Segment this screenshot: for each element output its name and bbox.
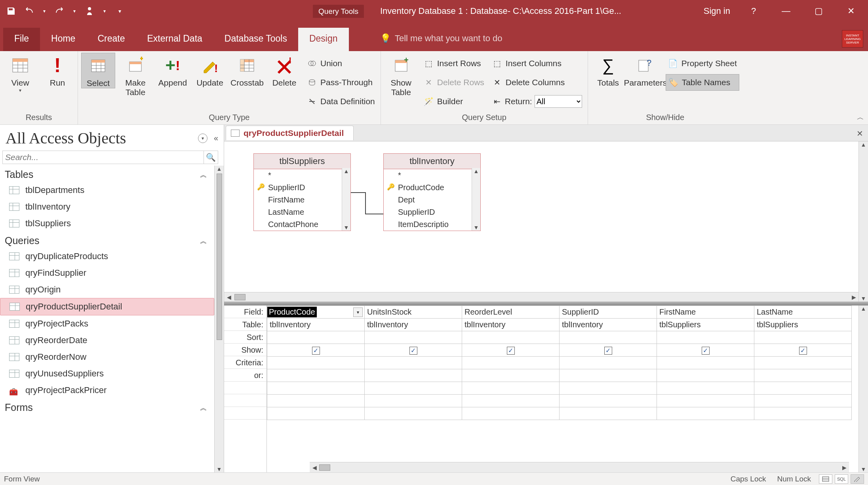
qbe-grid[interactable]: ProductCode ▾ UnitsInStock ReorderLevel …: [267, 306, 858, 472]
run-button[interactable]: ! Run: [40, 53, 74, 88]
nav-item-qryreorderdate[interactable]: qryReorderDate: [0, 332, 214, 349]
collapse-group-icon[interactable]: ︽: [200, 170, 207, 179]
qbe-or-cell[interactable]: [365, 369, 462, 382]
qbe-sort-cell[interactable]: [365, 331, 462, 344]
relations-hscrollbar[interactable]: ◀ ▶: [224, 292, 858, 302]
delete-rows-button[interactable]: ✕ Delete Rows: [421, 74, 487, 91]
qbe-sort-cell[interactable]: [657, 331, 754, 344]
checkbox-checked-icon[interactable]: ✓: [507, 347, 515, 355]
qbe-or-cell[interactable]: [462, 369, 560, 382]
qbe-criteria-cell[interactable]: [365, 357, 462, 369]
qbe-table-cell[interactable]: tblInventory: [560, 319, 657, 331]
sql-view-button[interactable]: SQL: [835, 474, 848, 484]
redo-icon[interactable]: [54, 6, 65, 17]
field-item[interactable]: ItemDescriptio: [384, 218, 480, 231]
update-button[interactable]: ! Update: [193, 53, 227, 88]
nav-group-forms[interactable]: Forms ︽: [0, 399, 214, 415]
checkbox-checked-icon[interactable]: ✓: [799, 347, 807, 355]
qbe-sort-cell[interactable]: [267, 331, 365, 344]
undo-icon[interactable]: [24, 6, 35, 17]
union-button[interactable]: Union: [305, 55, 377, 72]
checkbox-checked-icon[interactable]: ✓: [409, 347, 417, 355]
scroll-thumb[interactable]: [319, 464, 330, 471]
qbe-criteria-cell[interactable]: [462, 357, 560, 369]
help-icon[interactable]: ?: [744, 6, 763, 16]
tab-database-tools[interactable]: Database Tools: [213, 28, 298, 51]
field-item[interactable]: LastName: [254, 206, 350, 218]
qbe-table-cell[interactable]: tblInventory: [462, 319, 560, 331]
qbe-criteria-cell[interactable]: [754, 357, 852, 369]
table-scrollbar[interactable]: ▲▼: [472, 168, 480, 231]
relationship-line[interactable]: [351, 192, 365, 193]
delete-columns-button[interactable]: ✕ Delete Columns: [490, 74, 584, 91]
close-window-icon[interactable]: ✕: [842, 6, 860, 16]
maximize-icon[interactable]: ▢: [809, 6, 828, 16]
pass-through-button[interactable]: Pass-Through: [305, 74, 377, 91]
qat-extra-icon[interactable]: [84, 6, 95, 17]
qbe-show-cell[interactable]: ✓: [267, 344, 365, 357]
scroll-right-icon[interactable]: ▶: [849, 294, 858, 300]
qbe-sort-cell[interactable]: [754, 331, 852, 344]
scroll-up-icon[interactable]: ▲: [861, 141, 866, 148]
tell-me-search[interactable]: 💡 Tell me what you want to do: [380, 33, 502, 44]
relations-vscrollbar[interactable]: ▲ ▼: [858, 141, 868, 302]
checkbox-checked-icon[interactable]: ✓: [604, 347, 612, 355]
table-tblsuppliers[interactable]: tblSuppliers * SupplierID FirstName Last…: [253, 153, 351, 231]
document-tab[interactable]: qryProductSupplierDetail: [226, 126, 354, 140]
qbe-field-cell[interactable]: ProductCode ▾: [267, 306, 365, 319]
nav-item-qryprojectpacks[interactable]: qryProjectPacks: [0, 315, 214, 332]
tab-design[interactable]: Design: [298, 28, 349, 51]
totals-button[interactable]: ∑ Totals: [591, 53, 625, 88]
field-item[interactable]: *: [384, 169, 480, 181]
qbe-show-cell[interactable]: ✓: [462, 344, 560, 357]
undo-dropdown-icon[interactable]: ▾: [42, 6, 47, 17]
minimize-icon[interactable]: —: [777, 6, 795, 16]
insert-rows-button[interactable]: ⬚ Insert Rows: [421, 55, 487, 72]
table-tblinventory[interactable]: tblInventory * ProductCode Dept Supplier…: [383, 153, 481, 231]
qbe-show-cell[interactable]: ✓: [560, 344, 657, 357]
delete-button[interactable]: ! Delete: [267, 53, 301, 88]
nav-title[interactable]: All Access Objects: [6, 129, 198, 147]
tab-external-data[interactable]: External Data: [136, 28, 213, 51]
field-item[interactable]: SupplierID: [384, 206, 480, 218]
nav-item-qryprojectpackpricer[interactable]: qryProjectPackPricer: [0, 382, 214, 399]
crosstab-button[interactable]: Crosstab: [230, 53, 264, 88]
qbe-table-cell[interactable]: tblSuppliers: [754, 319, 852, 331]
design-view-button[interactable]: [851, 474, 864, 484]
field-item[interactable]: FirstName: [254, 194, 350, 206]
sign-in-link[interactable]: Sign in: [704, 6, 730, 16]
nav-item-tblsuppliers[interactable]: tblSuppliers: [0, 215, 214, 232]
qbe-criteria-cell[interactable]: [657, 357, 754, 369]
scroll-up-icon[interactable]: ▲: [861, 306, 866, 312]
nav-group-queries[interactable]: Queries ︽: [0, 232, 214, 248]
scroll-thumb[interactable]: [234, 294, 246, 300]
scroll-down-icon[interactable]: ▼: [217, 466, 222, 472]
nav-collapse-icon[interactable]: «: [214, 134, 218, 143]
qat-extra-dropdown-icon[interactable]: ▾: [102, 6, 107, 17]
qbe-vscrollbar[interactable]: ▲ ▼: [858, 306, 868, 472]
nav-dropdown-icon[interactable]: ▾: [198, 134, 207, 143]
view-dropdown-icon[interactable]: ▾: [19, 88, 21, 93]
tab-file[interactable]: File: [3, 28, 40, 51]
qbe-or-cell[interactable]: [267, 369, 365, 382]
tab-create[interactable]: Create: [86, 28, 136, 51]
qbe-field-cell[interactable]: ReorderLevel: [462, 306, 560, 319]
tab-home[interactable]: Home: [40, 28, 86, 51]
collapse-ribbon-icon[interactable]: ︿: [857, 113, 864, 122]
scroll-right-icon[interactable]: ▶: [839, 464, 849, 471]
customize-qat-icon[interactable]: ▾: [114, 6, 125, 17]
qbe-show-cell[interactable]: ✓: [754, 344, 852, 357]
close-document-icon[interactable]: ✕: [857, 129, 863, 138]
nav-item-qryunusedsuppliers[interactable]: qryUnusedSuppliers: [0, 365, 214, 382]
table-scrollbar[interactable]: ▲▼: [342, 168, 350, 231]
splitter[interactable]: [224, 302, 868, 306]
view-button[interactable]: View ▾: [3, 53, 37, 93]
qbe-table-cell[interactable]: tblSuppliers: [657, 319, 754, 331]
qbe-criteria-cell[interactable]: [560, 357, 657, 369]
qbe-field-cell[interactable]: FirstName: [657, 306, 754, 319]
qbe-or-cell[interactable]: [657, 369, 754, 382]
property-sheet-button[interactable]: 📄 Property Sheet: [666, 55, 739, 72]
make-table-button[interactable]: Make Table: [118, 53, 152, 97]
datasheet-view-button[interactable]: [819, 474, 832, 484]
scroll-down-icon[interactable]: ▼: [861, 466, 866, 472]
